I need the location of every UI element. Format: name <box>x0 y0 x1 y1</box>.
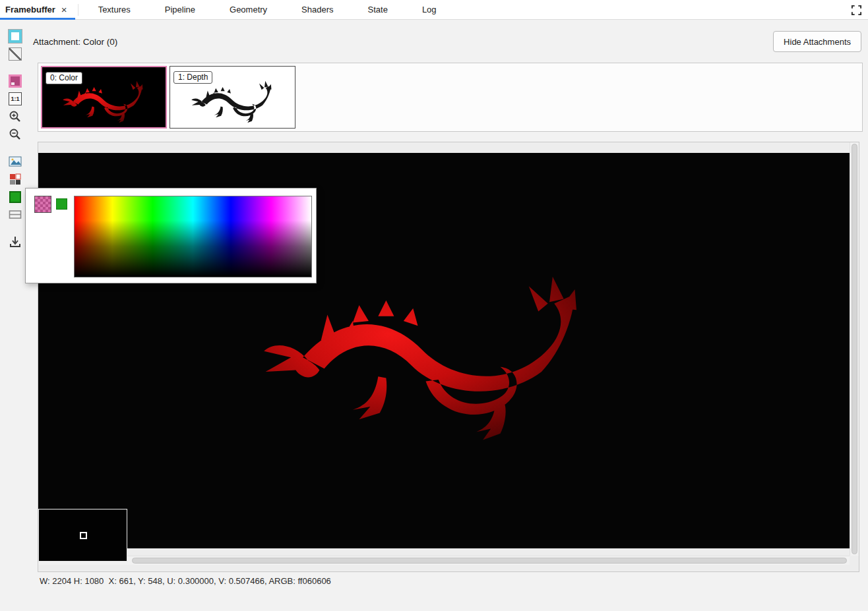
minimap-view-marker[interactable] <box>80 532 87 539</box>
zoom-1-1-icon[interactable]: 1:1 <box>8 92 22 106</box>
picker-color-swatch-icon[interactable] <box>8 190 22 204</box>
channels-icon[interactable] <box>8 172 22 187</box>
tab-textures-label: Textures <box>98 5 131 15</box>
color-picker-popup <box>25 188 317 283</box>
attachment-label-chip: 1: Depth <box>173 71 212 84</box>
tab-log[interactable]: Log <box>405 0 454 20</box>
background-swatch-icon[interactable] <box>8 29 22 44</box>
image-icon[interactable] <box>8 154 22 169</box>
range-flatten-icon[interactable] <box>8 208 22 222</box>
fullscreen-icon[interactable] <box>850 3 863 16</box>
diagonal-slash-icon[interactable] <box>8 47 22 61</box>
tab-textures[interactable]: Textures <box>81 0 148 20</box>
attachment-thumbnail-depth[interactable]: 1: Depth <box>170 66 295 129</box>
tab-state-label: State <box>368 5 388 15</box>
zoom-out-icon[interactable] <box>8 127 22 142</box>
tab-framebuffer-label: Framebuffer <box>5 5 55 15</box>
tab-pipeline[interactable]: Pipeline <box>148 0 212 20</box>
vertical-scrollbar-thumb[interactable] <box>852 144 857 554</box>
zoom-in-icon[interactable] <box>8 109 22 124</box>
horizontal-scrollbar-thumb[interactable] <box>132 558 847 564</box>
tab-shaders[interactable]: Shaders <box>284 0 350 20</box>
close-icon[interactable]: × <box>61 5 67 15</box>
tab-log-label: Log <box>422 5 437 15</box>
tab-framebuffer[interactable]: Framebuffer × <box>0 0 75 20</box>
tab-state[interactable]: State <box>351 0 405 20</box>
save-icon[interactable] <box>8 235 22 249</box>
tab-bar: Framebuffer × Textures Pipeline Geometry… <box>0 0 868 20</box>
tab-geometry[interactable]: Geometry <box>212 0 284 20</box>
tab-geometry-label: Geometry <box>230 5 267 15</box>
picker-green-swatch[interactable] <box>56 198 67 210</box>
highlight-swatch-icon[interactable] <box>8 74 22 88</box>
attachment-label-chip: 0: Color <box>46 72 82 84</box>
tab-divider <box>78 4 78 16</box>
pixel-status-text: W: 2204 H: 1080 X: 661, Y: 548, U: 0.300… <box>40 576 331 586</box>
hide-attachments-button[interactable]: Hide Attachments <box>773 31 861 52</box>
picked-color-alpha-swatch[interactable] <box>34 196 51 213</box>
hue-gradient-field[interactable] <box>74 196 312 277</box>
attachment-thumbnail-color[interactable]: 0: Color <box>41 66 167 129</box>
attachment-header-label: Attachment: Color (0) <box>33 37 117 47</box>
tab-shaders-label: Shaders <box>301 5 333 15</box>
frame-debugger-window: Framebuffer × Textures Pipeline Geometry… <box>0 0 868 611</box>
horizontal-scrollbar[interactable] <box>38 556 850 565</box>
attachments-strip: 0: Color 1: Depth <box>38 63 863 132</box>
tab-pipeline-label: Pipeline <box>165 5 195 15</box>
vertical-scrollbar[interactable] <box>850 142 859 556</box>
viewer-toolbar: 1:1 <box>7 29 24 252</box>
overview-minimap[interactable] <box>38 509 127 562</box>
